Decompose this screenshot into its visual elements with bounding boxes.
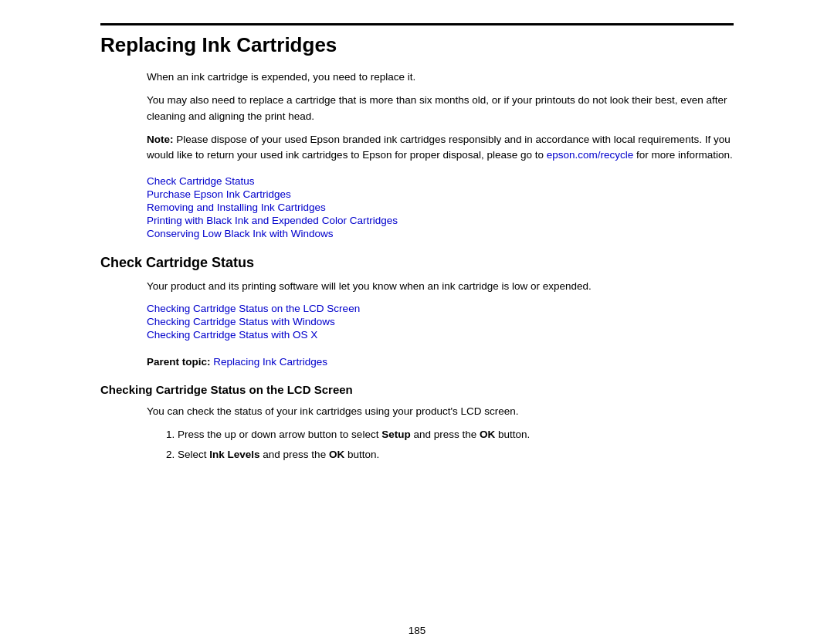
page-container: Replacing Ink Cartridges When an ink car… xyxy=(70,0,764,609)
step-2-text-after: button. xyxy=(344,449,379,460)
intro-paragraph-2: You may also need to replace a cartridge… xyxy=(147,93,734,124)
toc-link-printing-black[interactable]: Printing with Black Ink and Expended Col… xyxy=(147,215,734,226)
parent-topic-label: Parent topic: xyxy=(147,356,211,368)
toc-link-removing-installing[interactable]: Removing and Installing Ink Cartridges xyxy=(147,202,734,213)
intro-paragraph-1: When an ink cartridge is expended, you n… xyxy=(147,69,734,85)
page-title: Replacing Ink Cartridges xyxy=(100,33,734,57)
top-border xyxy=(100,23,734,25)
step-1-text-middle: and press the xyxy=(411,429,480,440)
toc-link-purchase-epson[interactable]: Purchase Epson Ink Cartridges xyxy=(147,188,734,200)
sub-link-windows[interactable]: Checking Cartridge Status with Windows xyxy=(147,316,734,327)
toc-link-check-cartridge[interactable]: Check Cartridge Status xyxy=(147,175,734,187)
note-label: Note: xyxy=(147,134,174,145)
check-cartridge-sub-links: Checking Cartridge Status on the LCD Scr… xyxy=(147,303,734,341)
parent-topic: Parent topic: Replacing Ink Cartridges xyxy=(147,356,734,368)
check-cartridge-heading: Check Cartridge Status xyxy=(100,255,734,271)
step-2-bold-1: Ink Levels xyxy=(209,449,259,460)
toc-link-conserving-black[interactable]: Conserving Low Black Ink with Windows xyxy=(147,228,734,239)
step-2-text-before: Select xyxy=(178,449,209,460)
step-2-text-middle: and press the xyxy=(260,449,329,460)
toc-link-list: Check Cartridge Status Purchase Epson In… xyxy=(147,175,734,239)
page-footer: 185 xyxy=(0,609,834,644)
lcd-screen-heading: Checking Cartridge Status on the LCD Scr… xyxy=(100,383,734,396)
step-1-bold-1: Setup xyxy=(381,429,411,440)
note-text-after: for more information. xyxy=(633,149,732,161)
note-paragraph: Note: Please dispose of your used Epson … xyxy=(147,132,734,164)
lcd-screen-intro: You can check the status of your ink car… xyxy=(147,404,734,419)
step-1: Press the up or down arrow button to sel… xyxy=(178,427,734,442)
step-1-bold-2: OK xyxy=(480,429,495,440)
step-1-text-before: Press the up or down arrow button to sel… xyxy=(178,429,381,440)
check-cartridge-body: Your product and its printing software w… xyxy=(147,279,734,294)
epson-recycle-link[interactable]: epson.com/recycle xyxy=(547,149,634,161)
lcd-steps-list: Press the up or down arrow button to sel… xyxy=(178,427,734,468)
page-number: 185 xyxy=(409,625,426,636)
step-2: Select Ink Levels and press the OK butto… xyxy=(178,447,734,463)
parent-topic-link[interactable]: Replacing Ink Cartridges xyxy=(213,356,327,368)
sub-link-lcd-screen[interactable]: Checking Cartridge Status on the LCD Scr… xyxy=(147,303,734,314)
step-1-text-after: button. xyxy=(495,429,530,440)
step-2-bold-2: OK xyxy=(329,449,344,460)
sub-link-osx[interactable]: Checking Cartridge Status with OS X xyxy=(147,329,734,341)
